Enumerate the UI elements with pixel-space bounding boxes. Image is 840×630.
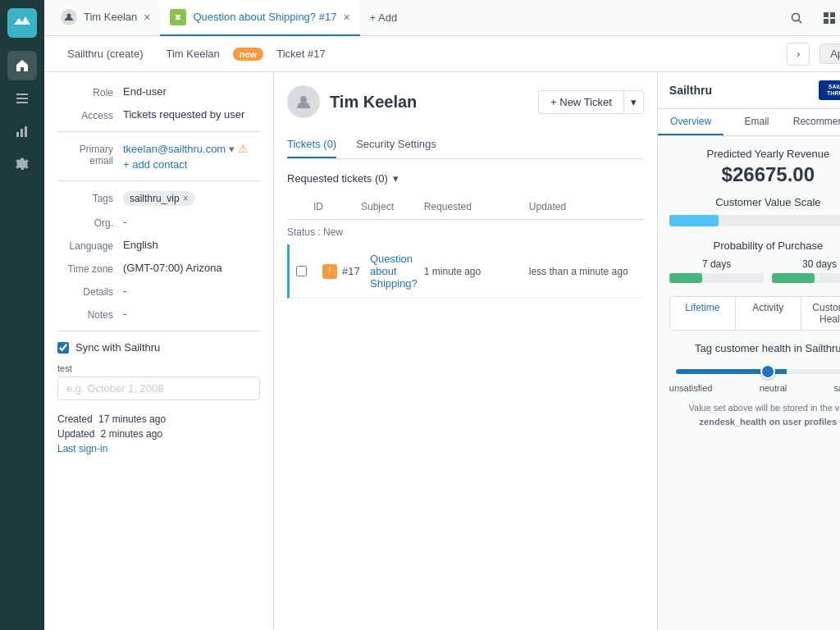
breadcrumb-expand[interactable]: › (787, 43, 810, 66)
created-value: 17 minutes ago (98, 413, 166, 425)
health-note-line2: zendesk_health on user profiles (700, 417, 838, 427)
requested-header[interactable]: Requested tickets (0) ▾ (287, 172, 644, 185)
search-button[interactable] (783, 5, 810, 31)
date-input[interactable] (57, 377, 260, 400)
user-name: Tim Keelan (330, 93, 417, 112)
last-signin-link[interactable]: Last sign-in (57, 443, 260, 454)
tab-add-button[interactable]: + Add (360, 0, 408, 36)
slider-labels: unsatisfied neutral satisfied (669, 383, 840, 393)
predicted-label: Predicted Yearly Revenue (669, 148, 840, 160)
created-label: Created (57, 413, 93, 425)
sailthru-title: Sailthru (669, 84, 712, 97)
tickets-table: ID Subject Requested Updated Status : Ne… (287, 194, 644, 299)
health-note: Value set above will be stored in the va… (669, 401, 840, 428)
app-logo[interactable] (7, 8, 37, 38)
prob-7-bar (669, 273, 765, 283)
header-updated: Updated (529, 201, 644, 212)
meta-section: Created 17 minutes ago Updated 2 minutes… (57, 413, 260, 454)
customer-value-bar-fill (669, 215, 719, 226)
ticket-checkbox-cell (296, 266, 316, 276)
prob-30-fill (772, 273, 815, 283)
timezone-label: Time zone (57, 262, 123, 275)
prob-7-label: 7 days (669, 258, 765, 270)
breadcrumb-tim-keelan[interactable]: Tim Keelan (156, 44, 229, 63)
grid-button[interactable] (816, 5, 840, 31)
requested-chevron: ▾ (393, 172, 399, 185)
tab-tickets[interactable]: Tickets (0) (287, 131, 336, 158)
svg-rect-3 (16, 102, 28, 103)
slider-label-neutral: neutral (760, 383, 788, 393)
sync-checkbox[interactable] (57, 342, 69, 354)
new-ticket-main[interactable]: + New Ticket (538, 90, 623, 114)
user-avatar (287, 85, 320, 118)
tags-field: Tags sailthru_vip × (57, 191, 260, 206)
right-tab-email[interactable]: Email (724, 109, 789, 135)
tab-ticket-close[interactable]: × (343, 11, 349, 23)
user-info: Tim Keelan (287, 85, 417, 118)
ticket-id-cell: ! #17 (322, 264, 363, 279)
lifetime-tab-lifetime[interactable]: Lifetime (670, 297, 736, 330)
center-tabs: Tickets (0) Security Settings (287, 131, 644, 159)
health-slider[interactable] (676, 369, 840, 374)
header-subject: Subject (361, 201, 418, 212)
ticket-requested: 1 minute ago (424, 266, 523, 277)
prob-7-days: 7 days (669, 258, 765, 283)
right-tab-recommendations[interactable]: Recommendations (790, 109, 840, 135)
ticket-id: #17 (342, 265, 360, 277)
svg-rect-1 (16, 94, 28, 95)
tab-tim-keelan-close[interactable]: × (144, 11, 150, 23)
timezone-value: (GMT-07:00) Arizona (123, 262, 260, 274)
customer-value-label: Customer Value Scale (669, 196, 840, 208)
email-down-icon[interactable]: ▾ (229, 143, 235, 155)
right-tab-overview[interactable]: Overview (658, 109, 724, 135)
sidebar-item-reports[interactable] (7, 116, 37, 146)
breadcrumb-ticket[interactable]: Ticket #17 (267, 44, 336, 63)
add-contact-link[interactable]: + add contact (123, 158, 260, 171)
right-panel-content: Predicted Yearly Revenue $26675.00 Custo… (658, 136, 840, 440)
probability-label: Probability of Purchase (669, 240, 840, 252)
language-field: Language English (57, 239, 260, 252)
table-row[interactable]: ! #17 Question about Shipping? 1 minute … (287, 244, 644, 299)
details-field: Details - (57, 285, 260, 298)
tab-ticket-17[interactable]: Question about Shipping? #17 × (160, 0, 359, 36)
lifetime-tab-health[interactable]: Customer Health (801, 297, 840, 330)
sidebar-item-settings[interactable] (7, 149, 37, 179)
access-value: Tickets requested by user (123, 108, 260, 121)
svg-point-14 (300, 96, 307, 103)
breadcrumb-sailthru[interactable]: Sailthru (create) (57, 44, 153, 63)
svg-rect-6 (25, 126, 27, 137)
svg-rect-12 (824, 19, 829, 24)
updated-row: Updated 2 minutes ago (57, 428, 260, 440)
details-label: Details (57, 285, 123, 298)
prob-30-days: 30 days (772, 258, 840, 283)
lifetime-tab-activity[interactable]: Activity (736, 297, 801, 330)
svg-rect-2 (16, 98, 28, 99)
svg-line-9 (798, 20, 801, 23)
updated-label: Updated (57, 428, 94, 440)
tag-remove[interactable]: × (183, 193, 189, 204)
tab-security[interactable]: Security Settings (356, 131, 436, 158)
ticket-updated: less than a minute ago (529, 266, 644, 277)
table-header: ID Subject Requested Updated (287, 194, 644, 220)
tags-value: sailthru_vip × (123, 191, 260, 206)
sidebar-item-views[interactable] (7, 84, 37, 113)
ticket-checkbox[interactable] (296, 266, 307, 276)
timezone-field: Time zone (GMT-07:00) Arizona (57, 262, 260, 275)
apps-button[interactable]: Apps (819, 43, 840, 64)
details-value: - (123, 285, 260, 297)
email-warning-icon: ⚠ (238, 142, 249, 155)
ticket-subject[interactable]: Question about Shipping? (370, 253, 418, 290)
user-header: Tim Keelan + New Ticket ▾ (287, 85, 644, 118)
tag-label: sailthru_vip (130, 193, 180, 204)
email-text[interactable]: tkeelan@sailthru.com (123, 143, 226, 155)
sidebar-item-home[interactable] (7, 51, 37, 80)
center-panel: Tim Keelan + New Ticket ▾ Tickets (0) Se… (274, 72, 657, 630)
svg-rect-10 (824, 12, 829, 17)
tab-tim-keelan-label: Tim Keelan (84, 11, 137, 23)
new-ticket-button[interactable]: + New Ticket ▾ (538, 90, 644, 114)
left-panel: Role End-user Access Tickets requested b… (44, 72, 274, 630)
new-ticket-caret[interactable]: ▾ (623, 90, 644, 114)
tab-tim-keelan[interactable]: Tim Keelan × (51, 0, 160, 36)
role-label: Role (57, 85, 123, 98)
email-label: Primary email (57, 142, 123, 167)
